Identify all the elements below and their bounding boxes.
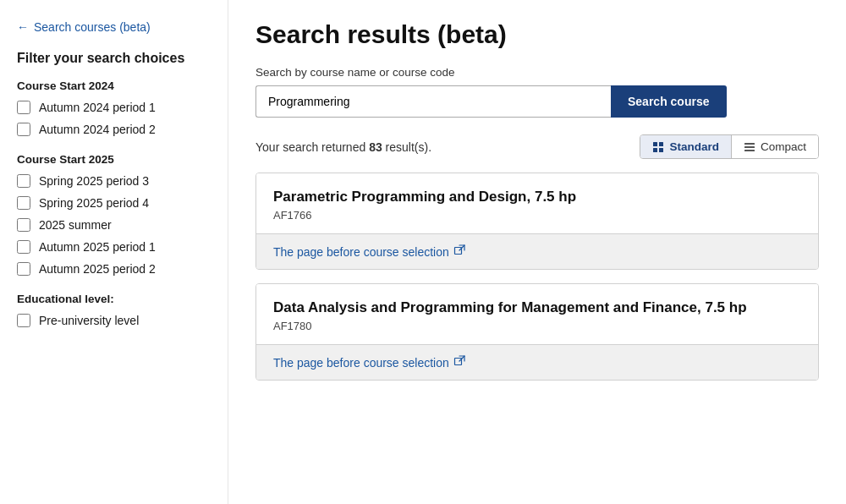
list-icon <box>744 141 755 153</box>
search-label: Search by course name or course code <box>255 66 819 79</box>
grid-icon <box>652 141 664 153</box>
course-card-1-title: Data Analysis and Programming for Manage… <box>273 299 801 316</box>
results-number: 83 <box>369 140 382 154</box>
search-row: Search course <box>255 85 819 118</box>
filter-section-2024: Course Start 2024 Autumn 2024 period 1 A… <box>17 79 207 136</box>
svg-rect-6 <box>744 150 755 151</box>
view-compact-icon <box>744 141 755 153</box>
filter-item-autumn-2025-p2[interactable]: Autumn 2025 period 2 <box>17 262 207 276</box>
svg-rect-7 <box>454 248 461 255</box>
svg-rect-5 <box>744 146 755 148</box>
back-arrow-icon: ← <box>17 20 29 34</box>
course-card-1: Data Analysis and Programming for Manage… <box>255 283 819 381</box>
filter-checkbox-autumn-2025-p1[interactable] <box>17 240 30 254</box>
filter-item-summer-2025[interactable]: 2025 summer <box>17 218 207 232</box>
filter-checkbox-spring-2025-p3[interactable] <box>17 174 30 188</box>
course-card-0: Parametric Programming and Design, 7.5 h… <box>255 173 819 270</box>
svg-rect-0 <box>653 142 657 146</box>
view-toggle: Standard Compact <box>640 134 819 159</box>
filter-label-spring-2025-p4[interactable]: Spring 2025 period 4 <box>39 196 149 210</box>
filter-label-autumn-2024-p2[interactable]: Autumn 2024 period 2 <box>39 123 156 136</box>
course-card-0-top: Parametric Programming and Design, 7.5 h… <box>256 173 818 233</box>
filter-checkbox-autumn-2025-p2[interactable] <box>17 262 30 276</box>
filter-item-pre-university[interactable]: Pre-university level <box>17 314 207 327</box>
filter-item-autumn-2024-p2[interactable]: Autumn 2024 period 2 <box>17 123 207 136</box>
external-link-icon-0 <box>453 244 465 259</box>
course-card-1-top: Data Analysis and Programming for Manage… <box>256 284 818 344</box>
main-content: Search results (beta) Search by course n… <box>228 0 846 504</box>
filter-item-spring-2025-p3[interactable]: Spring 2025 period 3 <box>17 174 207 188</box>
filter-section-edu-level: Educational level: Pre-university level <box>17 293 207 327</box>
course-card-0-link-label: The page before course selection <box>273 245 449 259</box>
back-link[interactable]: ← Search courses (beta) <box>17 20 207 34</box>
filter-section-2025: Course Start 2025 Spring 2025 period 3 S… <box>17 153 207 276</box>
filter-checkbox-spring-2025-p4[interactable] <box>17 196 30 210</box>
sidebar: ← Search courses (beta) Filter your sear… <box>0 0 228 504</box>
svg-rect-8 <box>454 359 461 365</box>
filter-label-pre-university[interactable]: Pre-university level <box>39 314 139 327</box>
filter-checkbox-summer-2025[interactable] <box>17 218 30 232</box>
filter-section-edu-level-title: Educational level: <box>17 293 207 305</box>
filter-label-spring-2025-p3[interactable]: Spring 2025 period 3 <box>39 174 149 188</box>
filter-item-autumn-2025-p1[interactable]: Autumn 2025 period 1 <box>17 240 207 254</box>
filter-label-autumn-2025-p1[interactable]: Autumn 2025 period 1 <box>39 240 156 254</box>
filter-label-summer-2025[interactable]: 2025 summer <box>39 218 112 232</box>
external-link-icon-1 <box>453 355 465 370</box>
filter-checkbox-autumn-2024-p1[interactable] <box>17 101 30 114</box>
course-card-0-link[interactable]: The page before course selection <box>273 244 465 259</box>
course-card-0-code: AF1766 <box>273 209 801 222</box>
course-card-1-link-label: The page before course selection <box>273 356 449 370</box>
view-standard-icon <box>652 141 664 153</box>
course-card-1-link[interactable]: The page before course selection <box>273 355 465 370</box>
results-bar: Your search returned 83 result(s). Stand… <box>255 134 819 159</box>
filter-checkbox-autumn-2024-p2[interactable] <box>17 123 30 136</box>
filter-label-autumn-2024-p1[interactable]: Autumn 2024 period 1 <box>39 101 156 114</box>
course-card-0-title: Parametric Programming and Design, 7.5 h… <box>273 189 801 205</box>
view-standard-label: Standard <box>669 140 719 153</box>
filter-section-2025-title: Course Start 2025 <box>17 153 207 166</box>
view-compact-label: Compact <box>761 140 806 153</box>
view-standard-button[interactable]: Standard <box>640 135 732 158</box>
svg-rect-1 <box>659 142 663 146</box>
course-card-1-code: AF1780 <box>273 320 801 332</box>
results-suffix: result(s). <box>382 140 431 154</box>
view-compact-button[interactable]: Compact <box>732 135 818 158</box>
page-title: Search results (beta) <box>255 20 819 49</box>
search-button[interactable]: Search course <box>611 85 727 118</box>
results-count: Your search returned 83 result(s). <box>255 140 431 154</box>
svg-rect-4 <box>744 143 755 145</box>
filter-title: Filter your search choices <box>17 51 207 66</box>
course-card-1-bottom: The page before course selection <box>256 344 818 380</box>
filter-section-2024-title: Course Start 2024 <box>17 79 207 92</box>
svg-rect-2 <box>653 148 657 152</box>
back-link-label: Search courses (beta) <box>34 20 151 34</box>
filter-label-autumn-2025-p2[interactable]: Autumn 2025 period 2 <box>39 262 156 276</box>
results-prefix: Your search returned <box>255 140 369 154</box>
page-layout: ← Search courses (beta) Filter your sear… <box>0 0 846 504</box>
svg-rect-3 <box>659 148 663 152</box>
course-card-0-bottom: The page before course selection <box>256 233 818 269</box>
filter-item-autumn-2024-p1[interactable]: Autumn 2024 period 1 <box>17 101 207 114</box>
filter-item-spring-2025-p4[interactable]: Spring 2025 period 4 <box>17 196 207 210</box>
search-input[interactable] <box>255 85 611 118</box>
filter-checkbox-pre-university[interactable] <box>17 314 30 327</box>
